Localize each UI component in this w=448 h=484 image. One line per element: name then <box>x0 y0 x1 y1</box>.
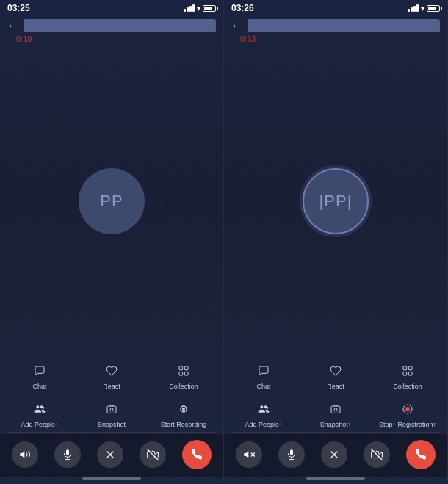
video-off-button-right[interactable] <box>364 441 390 468</box>
record-icon-left <box>173 399 194 419</box>
add-people-button-right[interactable]: Add People↑ <box>228 399 300 429</box>
contact-name-bar-left <box>24 19 216 32</box>
heart-icon-right <box>325 361 346 381</box>
video-off-button-left[interactable] <box>140 441 166 468</box>
collection-icon-right <box>397 361 418 381</box>
wifi-icon-right: ▾ <box>421 4 424 12</box>
close-button-right[interactable] <box>321 441 347 468</box>
action-row1-right: Chat React Collection <box>224 358 447 392</box>
avatar-area-right: |PP| <box>224 45 447 358</box>
svg-rect-0 <box>179 366 183 370</box>
stop-record-button-right[interactable]: Stop↑ Registration↑ <box>372 399 444 429</box>
action-row1-left: Chat React Collection <box>0 358 223 392</box>
back-button-right[interactable]: ← <box>231 20 242 32</box>
right-phone-screen: 03:26 ▾ ← 0:53 |PP| Chat <box>224 0 448 484</box>
chat-icon-left <box>29 361 50 381</box>
record-label-left: Start Recording <box>161 421 207 429</box>
react-label-left: React <box>103 383 120 391</box>
collection-label-left: Collection <box>169 383 198 391</box>
end-call-button-left[interactable] <box>182 440 212 469</box>
add-people-label-right: Add People↑ <box>245 421 282 429</box>
svg-rect-1 <box>184 366 188 370</box>
add-person-icon-left <box>29 399 50 419</box>
svg-rect-20 <box>405 408 409 411</box>
svg-rect-15 <box>403 372 407 376</box>
collection-icon-left <box>173 361 194 381</box>
battery-icon-right <box>427 5 440 12</box>
signal-icon-left <box>184 4 195 12</box>
action-row2-right: Add People↑ Snapshot↑ Stop↑ Registration… <box>224 396 447 430</box>
battery-icon-left <box>203 5 216 12</box>
svg-rect-13 <box>403 366 407 370</box>
status-bar-left: 03:25 ▾ <box>0 0 223 16</box>
record-button-left[interactable]: Start Recording <box>148 399 220 429</box>
speaker-button-left[interactable] <box>12 441 38 468</box>
chat-button-right[interactable]: Chat <box>228 361 300 391</box>
close-button-left[interactable] <box>97 441 123 468</box>
heart-icon-left <box>101 361 122 381</box>
svg-rect-17 <box>331 406 340 413</box>
call-duration-right: 0:53 <box>224 35 447 43</box>
react-button-right[interactable]: React <box>300 361 372 391</box>
svg-point-7 <box>182 408 185 411</box>
snapshot-label-right: Snapshot↑ <box>320 421 352 429</box>
collection-label-right: Collection <box>393 383 422 391</box>
bottom-controls-left <box>0 434 223 477</box>
status-time-left: 03:25 <box>7 3 30 13</box>
separator2-left <box>7 432 216 433</box>
end-call-button-right[interactable] <box>406 440 436 469</box>
avatar-area-left: PP <box>0 45 223 358</box>
status-bar-right: 03:26 ▾ <box>224 0 447 16</box>
add-person-icon-right <box>253 399 274 419</box>
signal-icon-right <box>408 4 419 12</box>
left-phone-screen: 03:25 ▾ ← 0:19 PP Chat <box>0 0 224 484</box>
volume-button-right[interactable] <box>236 441 262 468</box>
mic-button-left[interactable] <box>54 441 81 468</box>
snapshot-label-left: Snapshot <box>98 421 126 429</box>
svg-point-18 <box>334 408 337 411</box>
collection-button-right[interactable]: Collection <box>372 361 444 391</box>
chat-label-right: Chat <box>256 383 270 391</box>
home-indicator-right <box>306 477 365 480</box>
separator1-right <box>231 394 440 394</box>
svg-marker-8 <box>20 451 24 458</box>
snapshot-button-left[interactable]: Snapshot <box>76 399 148 429</box>
chat-button-left[interactable]: Chat <box>4 361 76 391</box>
mic-button-right[interactable] <box>278 441 305 468</box>
chat-label-left: Chat <box>32 383 46 391</box>
separator2-right <box>231 432 440 433</box>
snapshot-icon-left <box>101 399 122 419</box>
home-indicator-left <box>82 477 141 480</box>
bottom-controls-right <box>224 434 447 477</box>
action-row2-left: Add People↑ Snapshot Start Recording <box>0 396 223 430</box>
svg-rect-4 <box>107 406 116 413</box>
add-people-button-left[interactable]: Add People↑ <box>4 399 76 429</box>
stop-record-label-right: Stop↑ Registration↑ <box>379 421 436 429</box>
avatar-right: |PP| <box>303 168 369 234</box>
svg-marker-21 <box>244 451 248 458</box>
call-header-right: ← <box>224 16 447 34</box>
add-people-label-left: Add People↑ <box>21 421 58 429</box>
snapshot-button-right[interactable]: Snapshot↑ <box>300 399 372 429</box>
react-button-left[interactable]: React <box>76 361 148 391</box>
svg-rect-9 <box>66 449 69 455</box>
stop-record-icon-right <box>397 399 418 419</box>
status-time-right: 03:26 <box>231 3 254 13</box>
call-header-left: ← <box>0 16 223 34</box>
svg-rect-2 <box>179 372 183 376</box>
call-duration-left: 0:19 <box>0 35 223 43</box>
contact-name-bar-right <box>248 19 440 32</box>
status-icons-left: ▾ <box>184 4 216 12</box>
status-icons-right: ▾ <box>408 4 440 12</box>
avatar-left: PP <box>79 168 145 234</box>
svg-point-5 <box>110 408 113 411</box>
collection-button-left[interactable]: Collection <box>148 361 220 391</box>
svg-rect-16 <box>408 372 412 376</box>
svg-rect-14 <box>408 366 412 370</box>
separator1-left <box>7 394 216 394</box>
wifi-icon-left: ▾ <box>197 4 200 12</box>
snapshot-icon-right <box>325 399 346 419</box>
react-label-right: React <box>327 383 344 391</box>
svg-rect-24 <box>290 449 293 455</box>
back-button-left[interactable]: ← <box>7 20 18 32</box>
